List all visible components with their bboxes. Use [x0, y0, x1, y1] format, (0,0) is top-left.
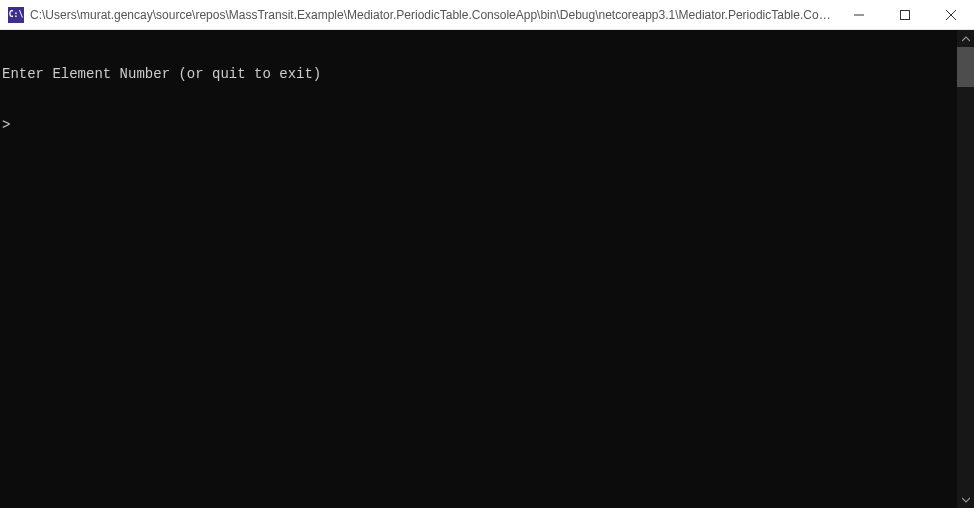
minimize-icon [854, 10, 864, 20]
console-area[interactable]: Enter Element Number (or quit to exit) > [0, 30, 974, 508]
console-output: Enter Element Number (or quit to exit) > [0, 30, 957, 508]
maximize-icon [900, 10, 910, 20]
window-controls [836, 0, 974, 29]
chevron-up-icon [962, 35, 970, 43]
scroll-thumb[interactable] [957, 47, 974, 87]
minimize-button[interactable] [836, 0, 882, 29]
maximize-button[interactable] [882, 0, 928, 29]
vertical-scrollbar[interactable] [957, 30, 974, 508]
scroll-up-button[interactable] [957, 30, 974, 47]
console-prompt-line: Enter Element Number (or quit to exit) [2, 66, 957, 83]
svg-rect-1 [901, 10, 910, 19]
scroll-down-button[interactable] [957, 491, 974, 508]
scroll-track[interactable] [957, 47, 974, 491]
chevron-down-icon [962, 496, 970, 504]
window-title: C:\Users\murat.gencay\source\repos\MassT… [30, 8, 836, 22]
window-titlebar: C:\ C:\Users\murat.gencay\source\repos\M… [0, 0, 974, 30]
close-icon [946, 10, 956, 20]
app-icon: C:\ [8, 7, 24, 23]
close-button[interactable] [928, 0, 974, 29]
console-input-line: > [2, 117, 957, 134]
